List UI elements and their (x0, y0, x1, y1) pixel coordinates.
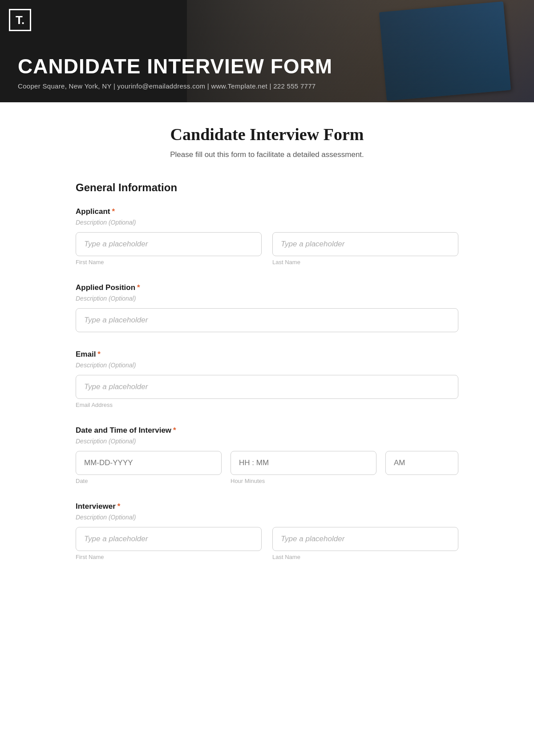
time-sublabel: Hour Minutes (231, 478, 376, 484)
form-title: Candidate Interview Form (76, 125, 458, 144)
datetime-description: Description (Optional) (76, 438, 458, 445)
interviewer-lastname-col: Last Name (272, 527, 458, 560)
form-subtitle: Please fill out this form to facilitate … (76, 150, 458, 159)
datetime-row: Date Hour Minutes (76, 451, 458, 484)
applicant-firstname-col: First Name (76, 232, 262, 265)
applicant-lastname-col: Last Name (272, 232, 458, 265)
section-general-title: General Information (76, 181, 458, 194)
interviewer-description: Description (Optional) (76, 514, 458, 521)
interviewer-firstname-sublabel: First Name (76, 554, 262, 560)
email-input[interactable] (76, 375, 458, 399)
email-sublabel: Email Address (76, 402, 458, 408)
position-required-star: * (137, 283, 140, 292)
interviewer-firstname-input[interactable] (76, 527, 262, 551)
interviewer-field-group: Interviewer * Description (Optional) Fir… (76, 502, 458, 560)
email-required-star: * (97, 350, 101, 359)
applicant-description: Description (Optional) (76, 219, 458, 226)
applicant-firstname-sublabel: First Name (76, 259, 262, 265)
applicant-field-group: Applicant * Description (Optional) First… (76, 207, 458, 265)
datetime-field-group: Date and Time of Interview * Description… (76, 426, 458, 484)
time-col: Hour Minutes (231, 451, 376, 484)
page-header: T. CANDIDATE INTERVIEW FORM Cooper Squar… (0, 0, 534, 102)
interviewer-lastname-input[interactable] (272, 527, 458, 551)
applicant-firstname-input[interactable] (76, 232, 262, 256)
header-content: CANDIDATE INTERVIEW FORM Cooper Square, … (18, 55, 332, 90)
applicant-label: Applicant * (76, 207, 458, 216)
interviewer-required-star: * (117, 502, 121, 511)
applicant-lastname-input[interactable] (272, 232, 458, 256)
interviewer-firstname-col: First Name (76, 527, 262, 560)
time-input[interactable] (231, 451, 376, 475)
date-col: Date (76, 451, 222, 484)
main-content: Candidate Interview Form Please fill out… (58, 102, 476, 614)
ampm-col (385, 451, 458, 475)
position-input[interactable] (76, 308, 458, 332)
applicant-name-row: First Name Last Name (76, 232, 458, 265)
datetime-label: Date and Time of Interview * (76, 426, 458, 435)
ampm-input[interactable] (385, 451, 458, 475)
email-field-group: Email * Description (Optional) Email Add… (76, 350, 458, 408)
email-label: Email * (76, 350, 458, 359)
applicant-required-star: * (112, 207, 115, 216)
header-title: CANDIDATE INTERVIEW FORM (18, 55, 332, 78)
position-field-group: Applied Position * Description (Optional… (76, 283, 458, 332)
logo-box: T. (9, 9, 31, 31)
interviewer-name-row: First Name Last Name (76, 527, 458, 560)
header-contact: Cooper Square, New York, NY | yourinfo@e… (18, 82, 332, 90)
date-sublabel: Date (76, 478, 222, 484)
email-description: Description (Optional) (76, 362, 458, 369)
interviewer-label: Interviewer * (76, 502, 458, 511)
position-description: Description (Optional) (76, 295, 458, 302)
datetime-required-star: * (173, 426, 176, 435)
position-label: Applied Position * (76, 283, 458, 292)
applicant-lastname-sublabel: Last Name (272, 259, 458, 265)
interviewer-lastname-sublabel: Last Name (272, 554, 458, 560)
logo-letter: T. (16, 13, 24, 27)
date-input[interactable] (76, 451, 222, 475)
